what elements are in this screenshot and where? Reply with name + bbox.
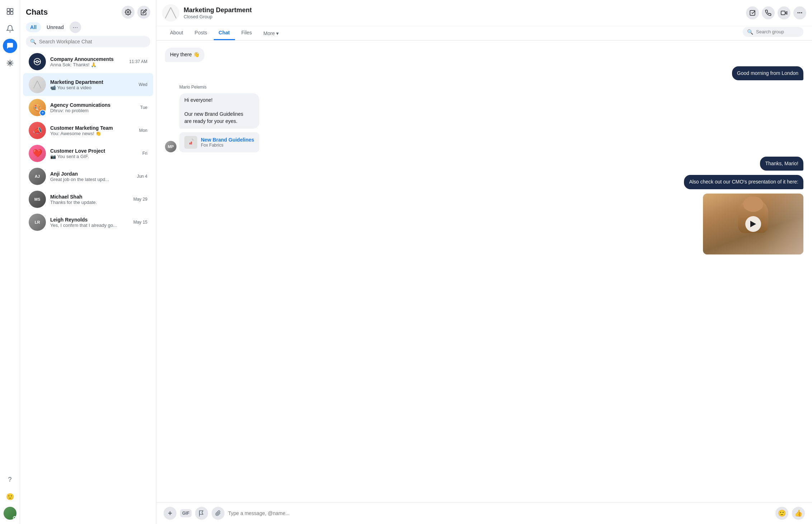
file-attachment[interactable]: New Brand Guidelines Fox Fabrics [179, 132, 259, 152]
svg-line-14 [34, 81, 38, 89]
chat-info: Customer Marketing Team You: Awesome new… [50, 125, 135, 136]
file-icon [184, 136, 197, 149]
svg-line-16 [165, 8, 171, 19]
tab-about[interactable]: About [165, 26, 188, 40]
video-thumbnail[interactable] [703, 194, 803, 254]
chat-info: Michael Shah Thanks for the update. [50, 194, 129, 205]
chat-preview: Anna Sok: Thanks! 🙏 [50, 62, 125, 67]
attach-file-button[interactable] [212, 507, 225, 520]
sidebar-tabs: All Unread ··· [20, 22, 156, 36]
message-bubble: Hey there 👋 [165, 48, 204, 62]
search-bar: 🔍 [26, 36, 150, 47]
svg-rect-19 [781, 11, 785, 15]
chat-info: Anji Jordan Great job on the latest upd.… [50, 171, 133, 182]
svg-rect-3 [10, 12, 13, 14]
bell-icon[interactable] [3, 22, 17, 36]
chat-name: Anji Jordan [50, 171, 133, 177]
search-group-icon: 🔍 [747, 29, 753, 35]
flag-button[interactable] [195, 507, 208, 520]
tab-chat[interactable]: Chat [214, 26, 235, 40]
emoji-picker-button[interactable]: 🙂 [775, 507, 788, 520]
chat-item-company[interactable]: Company Announcements Anna Sok: Thanks! … [23, 50, 153, 73]
search-group-input[interactable] [756, 29, 799, 34]
compose-button[interactable] [137, 6, 150, 19]
chat-name: Customer Marketing Team [50, 125, 135, 131]
sidebar-header-icons [122, 6, 150, 19]
emoji-icon[interactable]: 🙂 [3, 490, 17, 504]
settings-button[interactable] [122, 6, 134, 19]
avatar-container: 🎨 + [29, 99, 46, 116]
group-status: Closed Group [184, 14, 252, 19]
message-outgoing-video [703, 194, 803, 254]
chat-item-customer-mkt[interactable]: 📣 Customer Marketing Team You: Awesome n… [23, 119, 153, 142]
chat-name: Marketing Department [50, 79, 134, 85]
chat-preview: Dhruv: no problem [50, 108, 136, 113]
call-button[interactable] [762, 6, 775, 19]
avatar [29, 76, 46, 93]
sender-avatar: MP [165, 141, 176, 152]
like-button[interactable]: 👍 [792, 507, 805, 520]
user-avatar[interactable] [4, 507, 16, 520]
chat-item-agency[interactable]: 🎨 + Agency Communications Dhruv: no prob… [23, 96, 153, 119]
left-nav: ? 🙂 [0, 0, 20, 524]
file-info: New Brand Guidelines Fox Fabrics [201, 137, 254, 148]
avatar-container: ❤️ [29, 145, 46, 162]
more-label: More ▾ [263, 30, 279, 36]
chat-item-anji[interactable]: AJ Anji Jordan Great job on the latest u… [23, 165, 153, 188]
chat-time: Mon [139, 128, 147, 133]
chat-preview: You: Awesome news! 👏 [50, 131, 135, 136]
chat-name: Michael Shah [50, 194, 129, 200]
video-button[interactable] [778, 6, 790, 19]
svg-point-10 [36, 61, 38, 63]
chat-preview: Thanks for the update. [50, 200, 129, 205]
tab-more-button[interactable]: ··· [70, 22, 81, 33]
messages-area: Hey there 👋 Good morning from London MP … [156, 41, 812, 502]
home-icon[interactable] [3, 4, 17, 19]
tab-unread[interactable]: Unread [42, 22, 68, 32]
chat-icon[interactable] [3, 39, 17, 53]
search-input[interactable] [39, 39, 146, 44]
chat-name: Customer Love Project [50, 148, 138, 154]
help-icon[interactable]: ? [3, 472, 17, 487]
add-attachment-button[interactable]: + [164, 507, 176, 520]
chat-preview: 📷 You sent a GIF. [50, 154, 138, 159]
snowflake-icon[interactable] [3, 56, 17, 70]
sidebar-title: Chats [26, 8, 48, 17]
message-bubble: Also check out our CMO's presentation of… [684, 175, 803, 189]
sidebar-header: Chats [20, 0, 156, 22]
chat-item-michael[interactable]: MS Michael Shah Thanks for the update. M… [23, 188, 153, 211]
message-incoming-1: Hey there 👋 [165, 48, 548, 62]
chat-preview: Yes, I confirm that I already go... [50, 223, 129, 228]
chat-item-marketing[interactable]: Marketing Department 📹 You sent a video … [23, 73, 153, 96]
chat-item-leigh[interactable]: LR Leigh Reynolds Yes, I confirm that I … [23, 211, 153, 234]
header-actions: ··· [746, 6, 806, 19]
chat-info: Company Announcements Anna Sok: Thanks! … [50, 56, 125, 67]
message-input[interactable] [228, 510, 772, 516]
tab-files[interactable]: Files [236, 26, 257, 40]
avatar-container: AJ [29, 168, 46, 185]
more-options-button[interactable]: ··· [793, 6, 806, 19]
message-bubble: Good morning from London [732, 66, 803, 81]
svg-rect-1 [10, 9, 13, 11]
sidebar: Chats All Unread ··· 🔍 [20, 0, 156, 524]
tab-more[interactable]: More ▾ [258, 27, 284, 40]
avatar-container [29, 53, 46, 70]
file-name: New Brand Guidelines [201, 137, 254, 143]
chat-info: Marketing Department 📹 You sent a video [50, 79, 134, 90]
chat-time: May 15 [133, 220, 147, 225]
tab-posts[interactable]: Posts [190, 26, 212, 40]
avatar: AJ [29, 168, 46, 185]
chat-item-customer-love[interactable]: ❤️ Customer Love Project 📷 You sent a GI… [23, 142, 153, 165]
svg-point-8 [127, 11, 129, 13]
gif-button[interactable]: GIF [180, 509, 192, 517]
avatar-container [29, 76, 46, 93]
group-header: Marketing Department Closed Group [156, 0, 812, 41]
play-button[interactable] [745, 216, 761, 232]
avatar: ❤️ [29, 145, 46, 162]
chat-info: Leigh Reynolds Yes, I confirm that I alr… [50, 217, 129, 228]
svg-marker-20 [750, 221, 756, 227]
task-button[interactable] [746, 6, 759, 19]
avatar-container: LR [29, 214, 46, 231]
svg-rect-0 [7, 9, 9, 11]
tab-all[interactable]: All [26, 22, 41, 32]
